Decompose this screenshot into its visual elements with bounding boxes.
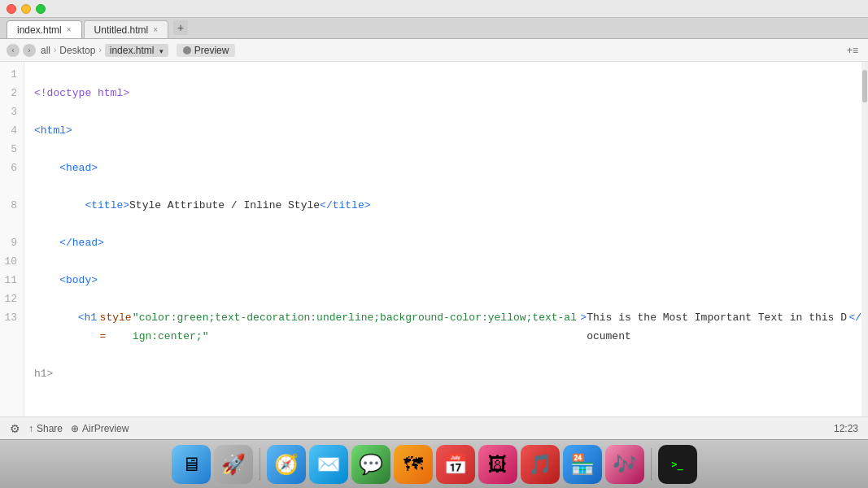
line-3: <head>	[34, 159, 861, 177]
new-tab-button[interactable]: +	[173, 20, 188, 35]
tab-index-html[interactable]: index.html ×	[7, 20, 82, 38]
tab-untitled-close[interactable]: ×	[153, 25, 158, 34]
dock: 🖥 🚀 🧭 ✉️ 💬 🗺 📅 🖼 🎵 🏪 🎶 >_	[0, 439, 868, 488]
title-bar	[0, 0, 868, 18]
airpreview-button[interactable]: ⊕ AirPreview	[71, 423, 129, 434]
preview-icon	[183, 46, 191, 54]
dock-separator	[260, 448, 260, 481]
dock-finder[interactable]: 🖥	[172, 445, 211, 484]
close-button[interactable]	[7, 4, 16, 14]
breadcrumb-desktop[interactable]: Desktop	[59, 45, 95, 56]
breadcrumb-all[interactable]: all	[41, 45, 50, 56]
line-7b: h1>	[34, 364, 861, 383]
tab-untitled-html[interactable]: Untitled.html ×	[84, 20, 169, 38]
dock-terminal[interactable]: >_	[658, 445, 697, 484]
status-bar: ⚙ ↑ Share ⊕ AirPreview 12:23	[0, 416, 868, 439]
preview-tab[interactable]: Preview	[177, 44, 236, 57]
line-numbers: 1 2 3 4 5 6 8 9 10 11 12 13	[0, 62, 24, 416]
airpreview-label: AirPreview	[82, 423, 129, 434]
scroll-thumb[interactable]	[862, 70, 867, 102]
scrollbar[interactable]	[861, 62, 868, 416]
editor-area: 1 2 3 4 5 6 8 9 10 11 12 13 <!doctype ht…	[0, 62, 868, 416]
share-icon: ↑	[28, 423, 33, 434]
dock-music[interactable]: 🎵	[521, 445, 560, 484]
dock-appstore[interactable]: 🏪	[563, 445, 602, 484]
breadcrumb: all › Desktop › index.html ▾	[41, 44, 168, 57]
tab-index-close[interactable]: ×	[67, 25, 72, 34]
clock: 12:23	[834, 423, 858, 434]
nav-forward-button[interactable]: ›	[23, 44, 36, 57]
dock-maps[interactable]: 🗺	[394, 445, 433, 484]
dock-launchpad[interactable]: 🚀	[214, 445, 253, 484]
line-7: <h1 style="color:green;text-decoration:u…	[34, 308, 861, 346]
tab-index-label: index.html	[17, 24, 62, 36]
dock-calendar[interactable]: 📅	[436, 445, 475, 484]
nav-back-button[interactable]: ‹	[7, 44, 20, 57]
editor-menu-button[interactable]: +≡	[844, 43, 861, 58]
dock-safari[interactable]: 🧭	[267, 445, 306, 484]
maximize-button[interactable]	[36, 4, 46, 14]
dock-photos[interactable]: 🖼	[478, 445, 517, 484]
dock-itunes[interactable]: 🎶	[605, 445, 644, 484]
line-6: <body>	[34, 271, 861, 290]
share-label: Share	[37, 423, 63, 434]
breadcrumb-bar: ‹ › all › Desktop › index.html ▾ Preview…	[0, 39, 868, 62]
line-8	[34, 402, 861, 416]
breadcrumb-dropdown-arrow: ▾	[159, 47, 164, 55]
line-5: </head>	[34, 233, 861, 252]
dock-messages[interactable]: 💬	[351, 445, 390, 484]
tab-untitled-label: Untitled.html	[94, 24, 149, 36]
line-4: <title>Style Attribute / Inline Style</t…	[34, 196, 861, 215]
dock-mail[interactable]: ✉️	[309, 445, 348, 484]
code-content[interactable]: <!doctype html> <html> <head> <title>Sty…	[24, 62, 861, 416]
dock-separator-2	[651, 448, 652, 481]
line-1: <!doctype html>	[34, 84, 861, 102]
breadcrumb-file[interactable]: index.html ▾	[105, 44, 168, 57]
share-button[interactable]: ↑ Share	[28, 423, 63, 434]
minimize-button[interactable]	[21, 4, 31, 14]
gear-icon[interactable]: ⚙	[10, 422, 20, 435]
airpreview-icon: ⊕	[71, 423, 79, 434]
line-2: <html>	[34, 121, 861, 140]
tab-bar: index.html × Untitled.html × +	[0, 18, 868, 39]
